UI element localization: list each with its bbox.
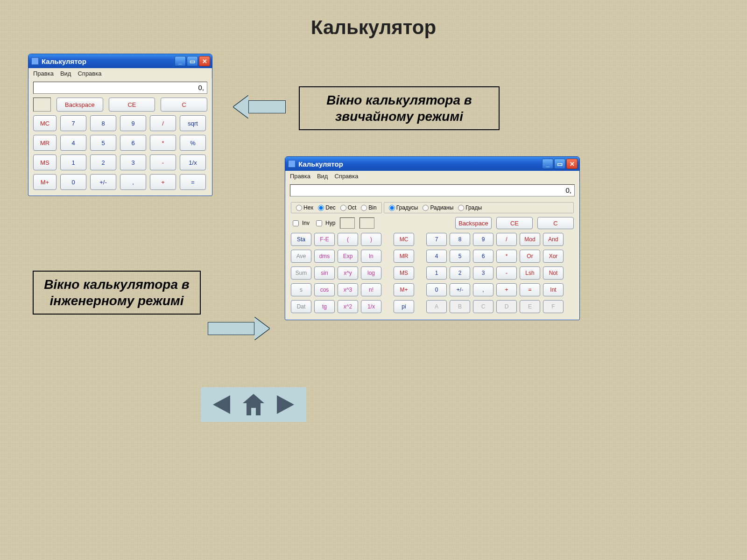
key-,[interactable]: , (120, 174, 146, 190)
key-Lsh[interactable]: Lsh (520, 266, 540, 280)
key-,[interactable]: , (473, 283, 493, 296)
key--[interactable]: - (496, 266, 517, 280)
radio-bin[interactable]: Bin (361, 204, 376, 211)
key-+/-[interactable]: +/- (450, 283, 470, 296)
key-2[interactable]: 2 (450, 266, 470, 280)
key-5[interactable]: 5 (90, 135, 116, 151)
key-Dat[interactable]: Dat (291, 300, 311, 313)
menu-help[interactable]: Справка (334, 173, 358, 180)
c-button[interactable]: C (161, 98, 207, 112)
key-x^y[interactable]: x^y (338, 266, 358, 280)
key-9[interactable]: 9 (473, 233, 493, 246)
key-MC[interactable]: MC (33, 115, 56, 131)
key-Exp[interactable]: Exp (338, 250, 358, 263)
checkbox-inv[interactable]: Inv (291, 219, 310, 228)
key-MS[interactable]: MS (33, 154, 56, 170)
key-8[interactable]: 8 (450, 233, 470, 246)
key-ln[interactable]: ln (361, 250, 381, 263)
key-M+[interactable]: M+ (33, 174, 56, 190)
menu-edit[interactable]: Правка (33, 70, 54, 77)
nav-home-icon[interactable] (241, 392, 266, 417)
radio-hex[interactable]: Hex (296, 204, 313, 211)
key-*[interactable]: * (150, 135, 176, 151)
key-n![interactable]: n! (361, 283, 381, 296)
c-button[interactable]: C (537, 217, 574, 229)
key-/[interactable]: / (496, 233, 517, 246)
key-And[interactable]: And (543, 233, 564, 246)
backspace-button[interactable]: Backspace (56, 98, 103, 112)
key-4[interactable]: 4 (60, 135, 86, 151)
key-Sta[interactable]: Sta (291, 233, 311, 246)
titlebar[interactable]: Калькулятор _ ▭ ✕ (28, 54, 212, 68)
minimize-button[interactable]: _ (175, 56, 186, 66)
key-x^3[interactable]: x^3 (338, 283, 358, 296)
key-Sum[interactable]: Sum (291, 266, 311, 280)
key-/[interactable]: / (150, 115, 176, 131)
key-+/-[interactable]: +/- (90, 174, 116, 190)
key-7[interactable]: 7 (60, 115, 86, 131)
backspace-button[interactable]: Backspace (455, 217, 492, 229)
key-tg[interactable]: tg (314, 300, 335, 313)
close-button[interactable]: ✕ (199, 56, 210, 66)
key-log[interactable]: log (361, 266, 381, 280)
nav-next-icon[interactable] (275, 393, 298, 416)
key-1/x[interactable]: 1/x (361, 300, 381, 313)
key-M+[interactable]: M+ (394, 283, 414, 296)
key-6[interactable]: 6 (473, 250, 493, 263)
key-MC[interactable]: MC (394, 233, 414, 246)
menu-help[interactable]: Справка (78, 70, 101, 77)
key-Ave[interactable]: Ave (291, 250, 311, 263)
key-x^2[interactable]: x^2 (338, 300, 358, 313)
key-8[interactable]: 8 (90, 115, 116, 131)
key-%[interactable]: % (180, 135, 206, 151)
key-Or[interactable]: Or (520, 250, 540, 263)
close-button[interactable]: ✕ (566, 159, 578, 169)
key-7[interactable]: 7 (426, 233, 447, 246)
key-MR[interactable]: MR (394, 250, 414, 263)
key-s[interactable]: s (291, 283, 311, 296)
ce-button[interactable]: CE (496, 217, 533, 229)
key-3[interactable]: 3 (120, 154, 146, 170)
key-1[interactable]: 1 (426, 266, 447, 280)
key-3[interactable]: 3 (473, 266, 493, 280)
menu-view[interactable]: Вид (317, 173, 328, 180)
key-0[interactable]: 0 (426, 283, 447, 296)
maximize-button[interactable]: ▭ (187, 56, 198, 66)
menu-view[interactable]: Вид (60, 70, 71, 77)
key-1/x[interactable]: 1/x (180, 154, 206, 170)
key-sqrt[interactable]: sqrt (180, 115, 206, 131)
key-=[interactable]: = (180, 174, 206, 190)
key-*[interactable]: * (496, 250, 517, 263)
key-([interactable]: ( (338, 233, 358, 246)
key-dms[interactable]: dms (314, 250, 335, 263)
key-9[interactable]: 9 (120, 115, 146, 131)
key-0[interactable]: 0 (60, 174, 86, 190)
key-)[interactable]: ) (361, 233, 381, 246)
nav-prev-icon[interactable] (209, 393, 233, 416)
key-6[interactable]: 6 (120, 135, 146, 151)
radio-grad[interactable]: Грады (458, 204, 482, 211)
key-sin[interactable]: sin (314, 266, 335, 280)
radio-oct[interactable]: Oct (340, 204, 357, 211)
key-F-E[interactable]: F-E (314, 233, 335, 246)
key-MR[interactable]: MR (33, 135, 56, 151)
key-1[interactable]: 1 (60, 154, 86, 170)
key-MS[interactable]: MS (394, 266, 414, 280)
key-=[interactable]: = (520, 283, 540, 296)
key-2[interactable]: 2 (90, 154, 116, 170)
titlebar[interactable]: Калькулятор _ ▭ ✕ (285, 157, 579, 171)
key-Xor[interactable]: Xor (543, 250, 564, 263)
key-+[interactable]: + (496, 283, 517, 296)
key-+[interactable]: + (150, 174, 176, 190)
key-5[interactable]: 5 (450, 250, 470, 263)
key-4[interactable]: 4 (426, 250, 447, 263)
radio-dec[interactable]: Dec (318, 204, 335, 211)
radio-deg[interactable]: Градусы (389, 204, 418, 211)
checkbox-hyp[interactable]: Hyp (314, 219, 335, 228)
key-pi[interactable]: pi (394, 300, 414, 313)
menu-edit[interactable]: Правка (290, 173, 310, 180)
key-Not[interactable]: Not (543, 266, 564, 280)
key-cos[interactable]: cos (314, 283, 335, 296)
key--[interactable]: - (150, 154, 176, 170)
radio-rad[interactable]: Радианы (423, 204, 453, 211)
